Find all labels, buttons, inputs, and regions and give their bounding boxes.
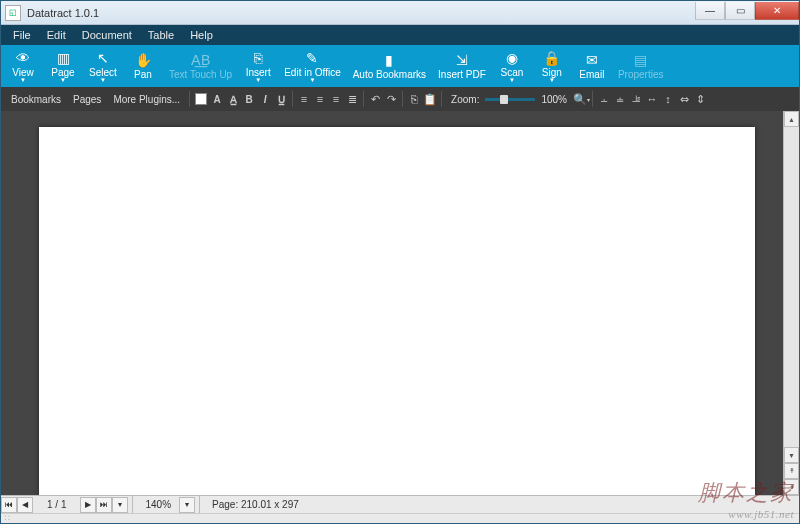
separator (292, 91, 293, 107)
page-canvas[interactable] (11, 111, 783, 495)
bookmark-icon: ▮ (385, 52, 393, 68)
resize-grip-icon[interactable]: ⸬ (5, 514, 11, 522)
insert-button[interactable]: ⎘Insert▼ (238, 45, 278, 87)
separator (189, 91, 190, 107)
menu-file[interactable]: File (5, 27, 39, 43)
vertical-ruler (1, 111, 11, 495)
highlight-button[interactable]: A̲ (225, 91, 241, 107)
align-top-icon[interactable]: ⫠ (596, 91, 612, 107)
tab-bookmarks[interactable]: Bookmarks (5, 91, 67, 108)
insert-pdf-button[interactable]: ⇲Insert PDF (432, 45, 492, 87)
chevron-down-icon: ▼ (255, 77, 261, 83)
menu-help[interactable]: Help (182, 27, 221, 43)
cursor-icon: ↖ (97, 50, 109, 66)
menu-edit[interactable]: Edit (39, 27, 74, 43)
insert-icon: ⎘ (254, 50, 262, 66)
view-button[interactable]: 👁View▼ (3, 45, 43, 87)
align-left-button[interactable]: ≡ (296, 91, 312, 107)
minimize-button[interactable]: — (695, 2, 725, 20)
pan-button[interactable]: ✋Pan (123, 45, 163, 87)
align-center-button[interactable]: ≡ (312, 91, 328, 107)
bottom-grip-bar: ⸬ (1, 513, 799, 523)
menu-document[interactable]: Document (74, 27, 140, 43)
page-button[interactable]: ▥Page▼ (43, 45, 83, 87)
next-page-button[interactable]: ▶ (80, 497, 96, 513)
scroll-down-button[interactable]: ▼ (784, 447, 799, 463)
select-button[interactable]: ↖Select▼ (83, 45, 123, 87)
scan-button[interactable]: ◉Scan▼ (492, 45, 532, 87)
edit-in-office-button[interactable]: ✎Edit in Office▼ (278, 45, 347, 87)
separator (402, 91, 403, 107)
scroll-up-button[interactable]: ▲ (784, 111, 799, 127)
distribute-h-icon[interactable]: ↔ (644, 91, 660, 107)
copy-button[interactable]: ⎘ (406, 91, 422, 107)
color-swatch[interactable] (195, 93, 207, 105)
properties-button: ▤Properties (612, 45, 670, 87)
status-zoom[interactable]: 140% (137, 499, 179, 510)
align-right-button[interactable]: ≡ (328, 91, 344, 107)
format-toolbar: Bookmarks Pages More Plugins... A A̲ B I… (1, 87, 799, 111)
document-page[interactable] (39, 127, 755, 495)
lock-icon: 🔒 (543, 50, 560, 66)
chevron-down-icon: ▼ (100, 77, 106, 83)
zoom-thumb[interactable] (500, 95, 508, 104)
align-justify-button[interactable]: ≣ (344, 91, 360, 107)
page-icon: ▥ (57, 50, 70, 66)
status-bar: ⏮ ◀ 1 / 1 ▶ ⏭ ▾ 140% ▾ Page: 210.01 x 29… (1, 495, 799, 513)
chevron-down-icon: ▼ (509, 77, 515, 83)
hand-icon: ✋ (135, 52, 152, 68)
scroll-pgup-button[interactable]: ↟ (784, 463, 799, 479)
close-button[interactable]: ✕ (755, 2, 799, 20)
underline-button[interactable]: U̲ (273, 91, 289, 107)
edit-icon: ✎ (306, 50, 318, 66)
font-color-button[interactable]: A (209, 91, 225, 107)
zoom-dropdown-button[interactable]: ▾ (112, 497, 128, 513)
chevron-down-icon: ▼ (549, 77, 555, 83)
last-page-button[interactable]: ⏭ (96, 497, 112, 513)
app-window: ◱ Datatract 1.0.1 — ▭ ✕ File Edit Docume… (0, 0, 800, 524)
prev-page-button[interactable]: ◀ (17, 497, 33, 513)
zoom-step-button[interactable]: ▾ (179, 497, 195, 513)
tab-pages[interactable]: Pages (67, 91, 107, 108)
distribute-v-icon[interactable]: ↕ (660, 91, 676, 107)
scroll-track[interactable] (784, 127, 799, 447)
text-touchup-icon: A͟B (191, 52, 210, 68)
scan-icon: ◉ (506, 50, 518, 66)
align-bottom-icon[interactable]: ⫡ (628, 91, 644, 107)
chevron-down-icon: ▼ (60, 77, 66, 83)
email-icon: ✉ (586, 52, 598, 68)
chevron-down-icon: ▼ (20, 77, 26, 83)
sign-button[interactable]: 🔒Sign▼ (532, 45, 572, 87)
italic-button[interactable]: I (257, 91, 273, 107)
separator (132, 496, 133, 513)
title-bar: ◱ Datatract 1.0.1 — ▭ ✕ (1, 1, 799, 25)
auto-bookmarks-button[interactable]: ▮Auto Bookmarks (347, 45, 432, 87)
ribbon-toolbar: 👁View▼ ▥Page▼ ↖Select▼ ✋Pan A͟BText Touc… (1, 45, 799, 87)
vertical-scrollbar[interactable]: ▲ ▼ ↟ ↡ (783, 111, 799, 495)
zoom-label: Zoom: (445, 91, 485, 108)
align-middle-icon[interactable]: ⫨ (612, 91, 628, 107)
status-page-size: Page: 210.01 x 297 (204, 499, 307, 510)
zoom-value[interactable]: 100% (535, 91, 573, 108)
tab-more-plugins[interactable]: More Plugins... (107, 91, 186, 108)
window-title: Datatract 1.0.1 (25, 7, 695, 19)
menu-table[interactable]: Table (140, 27, 182, 43)
menu-bar: File Edit Document Table Help (1, 25, 799, 45)
paste-button[interactable]: 📋 (422, 91, 438, 107)
chevron-down-icon: ▼ (309, 77, 315, 83)
scroll-pgdn-button[interactable]: ↡ (784, 479, 799, 495)
maximize-button[interactable]: ▭ (725, 2, 755, 20)
separator (441, 91, 442, 107)
page-number[interactable]: 1 / 1 (33, 499, 80, 510)
email-button[interactable]: ✉Email (572, 45, 612, 87)
spacing-v-icon[interactable]: ⇕ (692, 91, 708, 107)
search-icon[interactable]: 🔍▾ (573, 91, 589, 107)
spacing-icon[interactable]: ⇔ (676, 91, 692, 107)
redo-button[interactable]: ↷ (383, 91, 399, 107)
undo-button[interactable]: ↶ (367, 91, 383, 107)
first-page-button[interactable]: ⏮ (1, 497, 17, 513)
properties-icon: ▤ (634, 52, 647, 68)
bold-button[interactable]: B (241, 91, 257, 107)
document-area: ▲ ▼ ↟ ↡ (1, 111, 799, 495)
zoom-slider[interactable] (485, 98, 535, 101)
